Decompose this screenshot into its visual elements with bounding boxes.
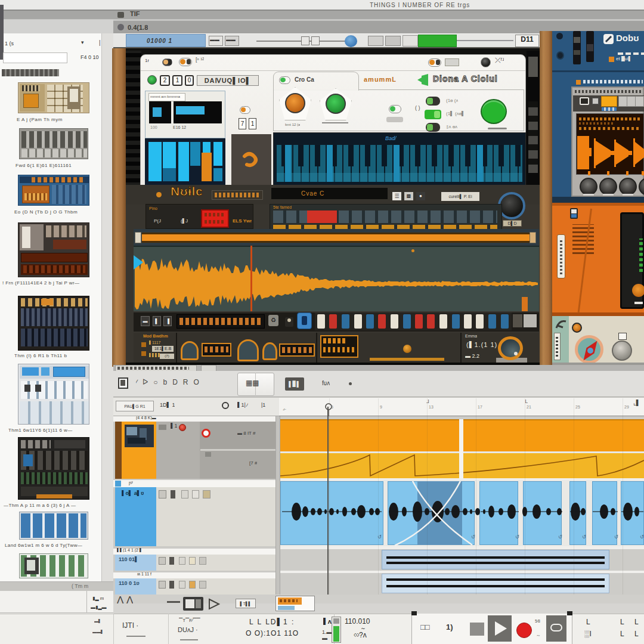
svg-text:↺: ↺ <box>582 534 586 540</box>
svg-text:↺: ↺ <box>558 534 562 540</box>
svg-text:↺: ↺ <box>640 534 644 540</box>
svg-text:↺: ↺ <box>614 534 618 540</box>
svg-text:↺: ↺ <box>515 534 519 540</box>
